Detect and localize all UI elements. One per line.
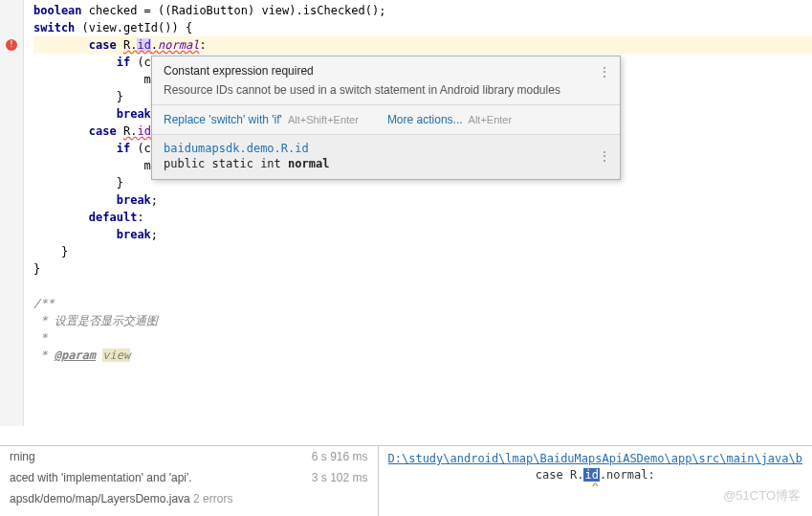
quickdoc-panel: baidumapsdk.demo.R.id public static int … — [152, 135, 620, 179]
build-row[interactable]: aced with 'implementation' and 'api'. 3 … — [0, 467, 378, 488]
action-more[interactable]: More actions... — [387, 113, 463, 126]
bottom-panel: rning 6 s 916 ms aced with 'implementati… — [0, 445, 812, 516]
build-output-panel[interactable]: rning 6 s 916 ms aced with 'implementati… — [0, 446, 379, 516]
popup-actions-row: Replace 'switch' with 'if' Alt+Shift+Ent… — [152, 105, 620, 135]
quickdoc-signature: public static int normal — [164, 157, 608, 170]
intention-popup: Constant expression required ⋮ Resource … — [151, 56, 621, 180]
watermark: @51CTO博客 — [723, 487, 801, 505]
error-detail-panel[interactable]: D:\study\android\lmap\BaiduMapsApiASDemo… — [379, 446, 812, 516]
error-file-path[interactable]: D:\study\android\lmap\BaiduMapsApiASDemo… — [388, 452, 802, 465]
error-code-line: case R.id.normal: — [388, 468, 802, 482]
popup-more-icon[interactable]: ⋮ — [598, 64, 612, 79]
error-bulb-icon[interactable]: ! — [6, 39, 17, 51]
editor-gutter: ! — [0, 0, 24, 426]
shortcut-label: Alt+Shift+Enter — [288, 114, 359, 125]
shortcut-label: Alt+Enter — [469, 114, 513, 125]
build-row[interactable]: apsdk/demo/map/LayersDemo.java 2 errors — [0, 488, 378, 509]
action-replace-switch[interactable]: Replace 'switch' with 'if' — [164, 113, 282, 126]
popup-error-desc: Resource IDs cannot be used in a switch … — [152, 80, 620, 105]
build-row[interactable]: rning 6 s 916 ms — [0, 446, 378, 467]
popup-error-title: Constant expression required ⋮ — [152, 56, 620, 80]
quickdoc-package: baidumapsdk.demo.R.id — [164, 142, 608, 155]
quickdoc-more-icon[interactable]: ⋮ — [598, 148, 612, 164]
